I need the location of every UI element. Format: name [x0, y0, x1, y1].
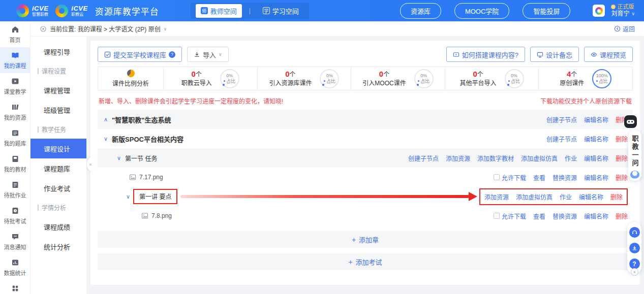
homework-link[interactable]: 作业	[565, 154, 577, 162]
allow-download-label: 允许下载	[502, 173, 526, 182]
menu-item-course-question-bank[interactable]: 课程题库	[30, 158, 86, 178]
chapter-name[interactable]: 新版SPOC平台相关内容	[112, 134, 183, 144]
user-name: 刘育宁	[611, 10, 629, 18]
breadcrumb-path[interactable]: 我的课程 > 大学语文 (2P) 原创	[78, 24, 161, 33]
view-link[interactable]: 查看	[533, 173, 545, 182]
resource-file-name[interactable]: 7.8.png	[151, 212, 172, 219]
sidebar-item-textbooks[interactable]: 我的教材	[0, 151, 30, 177]
percent-value: 0%	[226, 73, 233, 79]
view-link[interactable]: 查看	[533, 212, 545, 220]
download-center-button[interactable]	[629, 243, 640, 253]
menu-item-class-management[interactable]: 班级管理	[30, 100, 86, 120]
submit-to-school-library-button[interactable]: 提交至学校课程库 ?	[98, 47, 182, 62]
expand-caret-icon[interactable]: ∨	[126, 193, 130, 200]
resource-file-name[interactable]: 7.17.png	[139, 174, 163, 181]
replace-resource-link[interactable]: 替换资源	[553, 173, 577, 182]
collapse-caret-icon[interactable]: ∧	[104, 116, 108, 123]
edit-name-link[interactable]: 编辑名称	[579, 192, 603, 201]
design-memo-button[interactable]: 设计备忘	[530, 47, 579, 62]
add-exam-button[interactable]: + 添加考试	[98, 253, 633, 270]
chapter-name[interactable]: "智慧职教"生态系统	[112, 115, 171, 124]
how-to-build-content-button[interactable]: 如何搭建课程内容?	[446, 47, 525, 62]
delete-link[interactable]: 删除	[616, 212, 628, 220]
allow-download-checkbox[interactable]	[494, 213, 500, 219]
sidebar-item-question-bank[interactable]: 我的题库	[0, 125, 30, 151]
chapter-row: ∧ "智慧职教"生态系统 创建子节点 编辑名称 删除	[98, 110, 633, 129]
expand-caret-icon[interactable]: ∨	[117, 155, 121, 161]
menu-item-course-management[interactable]: 课程管理	[30, 80, 86, 100]
add-chapter-button[interactable]: + 添加章	[98, 231, 633, 248]
sidebar-item-home[interactable]: 首页	[0, 21, 30, 47]
add-resource-link[interactable]: 添加资源	[446, 154, 470, 162]
stat-unit: 个	[477, 71, 483, 78]
subsection-row-highlighted: ∨ 第一讲 要点 添加资源 添加虚拟仿真 作业 编辑名称 删除	[98, 187, 633, 206]
mooc-academy-button[interactable]: MOOC学院	[454, 3, 509, 19]
sidebar-item-pending-homework[interactable]: 待批作业	[0, 177, 30, 203]
menu-group-teaching-tasks: 教学任务	[30, 120, 86, 139]
create-child-node-link[interactable]: 创建子节点	[546, 115, 577, 124]
allow-download-option[interactable]: 允许下载	[494, 173, 526, 182]
allow-download-checkbox[interactable]	[494, 174, 500, 180]
logo-brand: iCVE	[71, 5, 87, 12]
sidebar-item-label: 待批考试	[4, 217, 26, 225]
close-floating-toolbar-button[interactable]: ×	[631, 268, 638, 276]
toolbar: 提交至学校课程库 ? 导入 ∨ 如何搭建课程内容? 设计备忘	[98, 47, 633, 62]
percent-ring: 100%占比	[592, 69, 611, 88]
tab-teacher-space[interactable]: 师 教师空间	[196, 4, 242, 18]
section-name[interactable]: 第一节 任务	[125, 154, 157, 162]
courseware-stats-bar: 课件比例分析 0个职教云导入 0%占比 0个引入资源库课件 0%占比 0个引入M…	[98, 67, 633, 90]
sidebar-item-my-resources[interactable]: 我的资源	[0, 99, 30, 125]
edit-name-link[interactable]: 编辑名称	[584, 135, 608, 143]
chevron-down-icon[interactable]: ∨	[164, 26, 167, 31]
delete-link[interactable]: 删除	[610, 192, 623, 201]
menu-item-course-grades[interactable]: 课程成绩	[30, 217, 86, 237]
sidebar-item-pending-exams[interactable]: 待批考试	[0, 203, 30, 228]
replace-resource-link[interactable]: 替换资源	[553, 212, 577, 220]
add-digital-textbook-link[interactable]: 添加数字教材	[477, 154, 514, 162]
menu-item-course-guide[interactable]: 课程引导	[30, 42, 86, 61]
menu-item-homework-exams[interactable]: 作业考试	[30, 178, 86, 198]
delete-link[interactable]: 删除	[616, 154, 628, 162]
create-child-node-link[interactable]: 创建子节点	[408, 154, 439, 162]
tab-student-space[interactable]: 学 学习空间	[258, 4, 304, 18]
delete-link[interactable]: 删除	[616, 135, 628, 143]
edit-name-link[interactable]: 编辑名称	[584, 154, 608, 162]
zhijiao-qa-assistant-tab[interactable]: 职教一问	[628, 130, 641, 181]
monitor-icon	[537, 51, 543, 58]
menu-collapse-handle[interactable]: «	[87, 156, 94, 172]
info-question-icon[interactable]: ?	[169, 51, 175, 58]
edit-name-link[interactable]: 编辑名称	[584, 212, 608, 220]
edit-name-link[interactable]: 编辑名称	[584, 173, 608, 182]
create-child-node-link[interactable]: 创建子节点	[546, 135, 577, 143]
sidebar-item-messages[interactable]: 消息通知	[0, 228, 30, 254]
menu-item-statistical-analysis[interactable]: 统计分析	[30, 237, 86, 256]
help-button[interactable]: ?	[629, 258, 640, 269]
allow-download-option[interactable]: 允许下载	[494, 212, 526, 220]
sidebar-item-statistics[interactable]: 数据统计	[0, 254, 30, 280]
homework-link[interactable]: 作业	[560, 192, 572, 201]
question-mark-icon: ?	[632, 260, 636, 268]
menu-item-course-design[interactable]: 课程设计	[30, 139, 86, 158]
back-button[interactable]: 返回	[614, 24, 635, 33]
import-button[interactable]: 导入 ∨	[187, 47, 229, 62]
sidebar-item-third-party-apps[interactable]: 第三方应用	[0, 280, 30, 294]
course-preview-button[interactable]: 课程预览	[584, 47, 633, 62]
customer-service-button[interactable]	[629, 227, 640, 238]
app-icon[interactable]	[593, 5, 605, 17]
add-resource-link[interactable]: 添加资源	[484, 192, 509, 201]
expand-caret-icon[interactable]: ∨	[104, 136, 108, 142]
assistant-robot-icon[interactable]	[624, 115, 637, 128]
apps-grid-icon	[11, 284, 19, 292]
edit-name-link[interactable]: 编辑名称	[584, 115, 608, 124]
sidebar-item-classroom-teaching[interactable]: 课堂教学	[0, 73, 30, 99]
delete-link[interactable]: 删除	[616, 173, 628, 182]
subsection-name-highlight-box[interactable]: 第一讲 要点	[133, 189, 177, 204]
add-virtual-simulation-link[interactable]: 添加虚拟仿真	[516, 192, 553, 201]
resource-library-button[interactable]: 资源库	[400, 3, 441, 19]
user-menu[interactable]: 正式版 刘育宁∨	[611, 4, 635, 18]
icve-swirl-icon	[16, 5, 29, 17]
sidebar-item-my-courses[interactable]: 我的课程	[0, 47, 30, 73]
smart-casting-button[interactable]: 智能投屏	[523, 3, 570, 19]
add-virtual-simulation-link[interactable]: 添加虚拟仿真	[521, 154, 558, 162]
stat-mooc-courseware: 0个引入MOOC课件 0%占比	[351, 67, 445, 90]
